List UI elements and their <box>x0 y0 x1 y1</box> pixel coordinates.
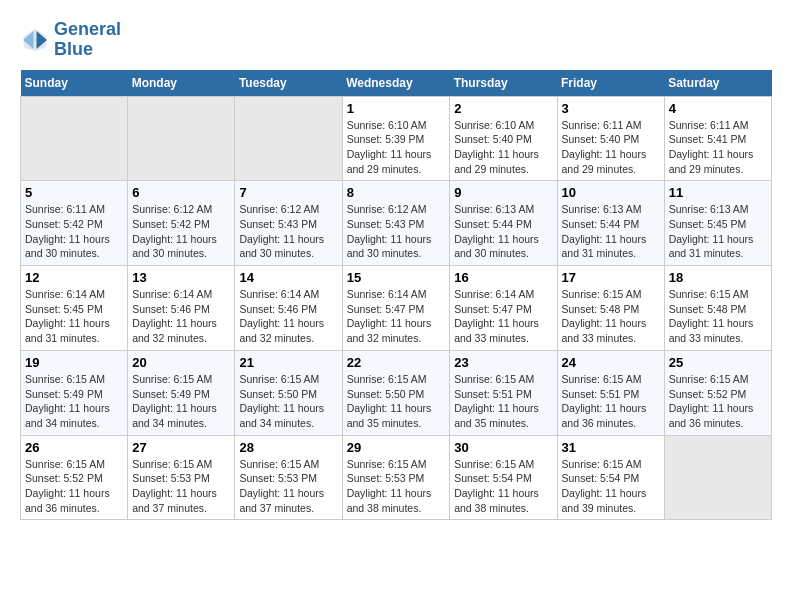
calendar-cell: 18Sunrise: 6:15 AMSunset: 5:48 PMDayligh… <box>664 266 771 351</box>
weekday-header: Thursday <box>450 70 557 97</box>
weekday-header: Monday <box>128 70 235 97</box>
day-info: Sunrise: 6:13 AMSunset: 5:45 PMDaylight:… <box>669 202 767 261</box>
day-info: Sunrise: 6:15 AMSunset: 5:51 PMDaylight:… <box>454 372 552 431</box>
calendar-cell: 9Sunrise: 6:13 AMSunset: 5:44 PMDaylight… <box>450 181 557 266</box>
day-number: 5 <box>25 185 123 200</box>
calendar-cell: 11Sunrise: 6:13 AMSunset: 5:45 PMDayligh… <box>664 181 771 266</box>
calendar: SundayMondayTuesdayWednesdayThursdayFrid… <box>20 70 772 521</box>
day-number: 8 <box>347 185 446 200</box>
day-info: Sunrise: 6:11 AMSunset: 5:40 PMDaylight:… <box>562 118 660 177</box>
calendar-cell: 21Sunrise: 6:15 AMSunset: 5:50 PMDayligh… <box>235 350 342 435</box>
day-number: 27 <box>132 440 230 455</box>
day-info: Sunrise: 6:14 AMSunset: 5:46 PMDaylight:… <box>239 287 337 346</box>
calendar-cell: 2Sunrise: 6:10 AMSunset: 5:40 PMDaylight… <box>450 96 557 181</box>
day-info: Sunrise: 6:15 AMSunset: 5:53 PMDaylight:… <box>347 457 446 516</box>
weekday-header: Wednesday <box>342 70 450 97</box>
weekday-header: Tuesday <box>235 70 342 97</box>
day-number: 20 <box>132 355 230 370</box>
header: General Blue <box>20 20 772 60</box>
day-info: Sunrise: 6:14 AMSunset: 5:47 PMDaylight:… <box>454 287 552 346</box>
day-number: 12 <box>25 270 123 285</box>
day-number: 2 <box>454 101 552 116</box>
day-info: Sunrise: 6:11 AMSunset: 5:42 PMDaylight:… <box>25 202 123 261</box>
weekday-header: Friday <box>557 70 664 97</box>
calendar-week-row: 12Sunrise: 6:14 AMSunset: 5:45 PMDayligh… <box>21 266 772 351</box>
day-info: Sunrise: 6:10 AMSunset: 5:40 PMDaylight:… <box>454 118 552 177</box>
day-info: Sunrise: 6:13 AMSunset: 5:44 PMDaylight:… <box>562 202 660 261</box>
calendar-cell: 7Sunrise: 6:12 AMSunset: 5:43 PMDaylight… <box>235 181 342 266</box>
day-info: Sunrise: 6:15 AMSunset: 5:48 PMDaylight:… <box>562 287 660 346</box>
day-number: 15 <box>347 270 446 285</box>
day-number: 19 <box>25 355 123 370</box>
weekday-header: Saturday <box>664 70 771 97</box>
day-number: 4 <box>669 101 767 116</box>
day-number: 22 <box>347 355 446 370</box>
day-info: Sunrise: 6:15 AMSunset: 5:48 PMDaylight:… <box>669 287 767 346</box>
calendar-cell: 25Sunrise: 6:15 AMSunset: 5:52 PMDayligh… <box>664 350 771 435</box>
day-info: Sunrise: 6:15 AMSunset: 5:51 PMDaylight:… <box>562 372 660 431</box>
day-number: 17 <box>562 270 660 285</box>
day-info: Sunrise: 6:15 AMSunset: 5:52 PMDaylight:… <box>669 372 767 431</box>
calendar-cell <box>664 435 771 520</box>
calendar-week-row: 1Sunrise: 6:10 AMSunset: 5:39 PMDaylight… <box>21 96 772 181</box>
calendar-cell: 31Sunrise: 6:15 AMSunset: 5:54 PMDayligh… <box>557 435 664 520</box>
day-number: 1 <box>347 101 446 116</box>
calendar-cell: 30Sunrise: 6:15 AMSunset: 5:54 PMDayligh… <box>450 435 557 520</box>
day-number: 18 <box>669 270 767 285</box>
day-number: 29 <box>347 440 446 455</box>
calendar-cell <box>235 96 342 181</box>
day-number: 28 <box>239 440 337 455</box>
day-number: 25 <box>669 355 767 370</box>
day-number: 10 <box>562 185 660 200</box>
day-number: 24 <box>562 355 660 370</box>
logo: General Blue <box>20 20 121 60</box>
day-info: Sunrise: 6:14 AMSunset: 5:45 PMDaylight:… <box>25 287 123 346</box>
calendar-week-row: 26Sunrise: 6:15 AMSunset: 5:52 PMDayligh… <box>21 435 772 520</box>
calendar-cell: 1Sunrise: 6:10 AMSunset: 5:39 PMDaylight… <box>342 96 450 181</box>
calendar-cell: 29Sunrise: 6:15 AMSunset: 5:53 PMDayligh… <box>342 435 450 520</box>
day-number: 23 <box>454 355 552 370</box>
day-info: Sunrise: 6:15 AMSunset: 5:54 PMDaylight:… <box>562 457 660 516</box>
day-number: 30 <box>454 440 552 455</box>
calendar-cell: 8Sunrise: 6:12 AMSunset: 5:43 PMDaylight… <box>342 181 450 266</box>
day-number: 13 <box>132 270 230 285</box>
calendar-cell: 24Sunrise: 6:15 AMSunset: 5:51 PMDayligh… <box>557 350 664 435</box>
logo-icon <box>20 25 50 55</box>
calendar-cell: 26Sunrise: 6:15 AMSunset: 5:52 PMDayligh… <box>21 435 128 520</box>
calendar-cell <box>128 96 235 181</box>
day-info: Sunrise: 6:12 AMSunset: 5:43 PMDaylight:… <box>347 202 446 261</box>
calendar-cell: 17Sunrise: 6:15 AMSunset: 5:48 PMDayligh… <box>557 266 664 351</box>
calendar-cell: 5Sunrise: 6:11 AMSunset: 5:42 PMDaylight… <box>21 181 128 266</box>
day-info: Sunrise: 6:14 AMSunset: 5:46 PMDaylight:… <box>132 287 230 346</box>
calendar-header-row: SundayMondayTuesdayWednesdayThursdayFrid… <box>21 70 772 97</box>
day-info: Sunrise: 6:15 AMSunset: 5:50 PMDaylight:… <box>239 372 337 431</box>
calendar-cell: 23Sunrise: 6:15 AMSunset: 5:51 PMDayligh… <box>450 350 557 435</box>
calendar-cell: 15Sunrise: 6:14 AMSunset: 5:47 PMDayligh… <box>342 266 450 351</box>
day-number: 16 <box>454 270 552 285</box>
day-info: Sunrise: 6:12 AMSunset: 5:43 PMDaylight:… <box>239 202 337 261</box>
day-info: Sunrise: 6:15 AMSunset: 5:52 PMDaylight:… <box>25 457 123 516</box>
day-number: 26 <box>25 440 123 455</box>
calendar-body: 1Sunrise: 6:10 AMSunset: 5:39 PMDaylight… <box>21 96 772 520</box>
calendar-week-row: 19Sunrise: 6:15 AMSunset: 5:49 PMDayligh… <box>21 350 772 435</box>
calendar-cell: 16Sunrise: 6:14 AMSunset: 5:47 PMDayligh… <box>450 266 557 351</box>
day-number: 21 <box>239 355 337 370</box>
calendar-cell: 10Sunrise: 6:13 AMSunset: 5:44 PMDayligh… <box>557 181 664 266</box>
day-info: Sunrise: 6:12 AMSunset: 5:42 PMDaylight:… <box>132 202 230 261</box>
calendar-cell: 4Sunrise: 6:11 AMSunset: 5:41 PMDaylight… <box>664 96 771 181</box>
calendar-cell: 19Sunrise: 6:15 AMSunset: 5:49 PMDayligh… <box>21 350 128 435</box>
day-number: 3 <box>562 101 660 116</box>
calendar-week-row: 5Sunrise: 6:11 AMSunset: 5:42 PMDaylight… <box>21 181 772 266</box>
day-info: Sunrise: 6:10 AMSunset: 5:39 PMDaylight:… <box>347 118 446 177</box>
calendar-cell: 20Sunrise: 6:15 AMSunset: 5:49 PMDayligh… <box>128 350 235 435</box>
day-info: Sunrise: 6:15 AMSunset: 5:53 PMDaylight:… <box>239 457 337 516</box>
day-info: Sunrise: 6:15 AMSunset: 5:54 PMDaylight:… <box>454 457 552 516</box>
day-info: Sunrise: 6:14 AMSunset: 5:47 PMDaylight:… <box>347 287 446 346</box>
calendar-cell: 27Sunrise: 6:15 AMSunset: 5:53 PMDayligh… <box>128 435 235 520</box>
calendar-cell: 14Sunrise: 6:14 AMSunset: 5:46 PMDayligh… <box>235 266 342 351</box>
day-number: 11 <box>669 185 767 200</box>
calendar-cell: 28Sunrise: 6:15 AMSunset: 5:53 PMDayligh… <box>235 435 342 520</box>
day-info: Sunrise: 6:15 AMSunset: 5:53 PMDaylight:… <box>132 457 230 516</box>
day-number: 6 <box>132 185 230 200</box>
logo-text: General Blue <box>54 20 121 60</box>
